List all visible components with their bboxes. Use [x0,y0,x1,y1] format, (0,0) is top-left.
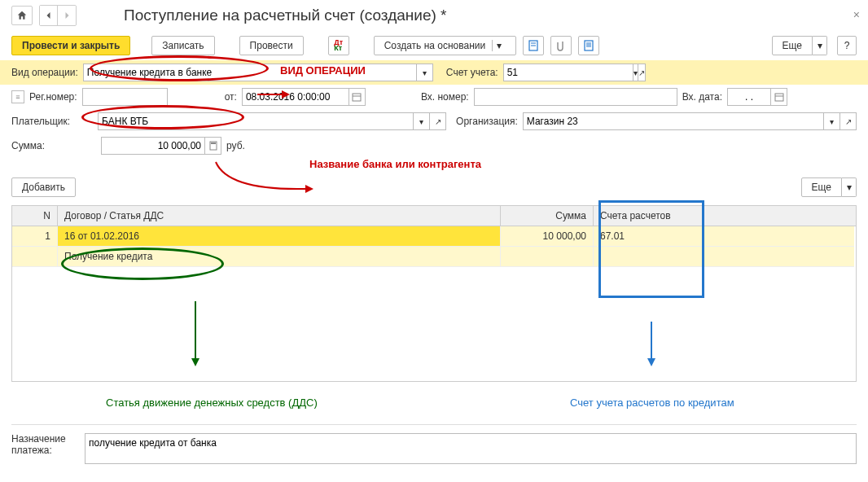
post-button[interactable]: Провести [239,36,304,55]
account-input[interactable] [503,64,633,81]
in-date-calendar-icon[interactable] [771,88,787,106]
dtkt-icon: ДтКт [334,40,343,51]
regno-icon: ≡ [11,90,24,103]
org-input[interactable] [523,112,824,130]
paperclip-icon-button[interactable] [550,36,572,55]
save-button[interactable]: Записать [151,36,214,55]
back-button[interactable] [40,6,58,25]
row-sum2 [501,247,594,267]
row-sum[interactable]: 10 000,00 [501,226,594,247]
create-based-button[interactable]: Создать на основании ▾ [374,36,517,55]
org-label: Организация: [456,116,518,127]
date-input[interactable] [242,88,349,106]
operation-type-dropdown[interactable]: ▾ [417,64,433,81]
operation-type-input[interactable] [83,64,417,81]
chevron-down-icon: ▾ [492,40,506,51]
in-no-label: Вх. номер: [421,91,469,103]
account-open[interactable]: ↗ [638,64,646,81]
dds-annotation: Статья движение денежных средств (ДДС) [106,397,318,409]
regno-input[interactable] [82,88,168,106]
report-icon-button[interactable] [523,36,544,55]
calendar-icon[interactable] [349,88,366,106]
acc-annotation: Счет учета расчетов по кредитам [570,397,734,409]
row-acc2 [594,247,854,267]
row-n2 [12,247,58,267]
in-date-input[interactable] [727,88,771,106]
operation-type-label: Вид операции: [11,67,78,78]
table-more-dropdown-icon[interactable]: ▾ [842,177,857,197]
account-label: Счет учета: [446,67,498,78]
payer-input[interactable] [98,112,414,130]
svg-rect-9 [775,94,783,101]
table-row[interactable]: 1 16 от 01.02.2016 10 000,00 67.01 [12,226,856,247]
sum-input[interactable] [101,137,205,155]
add-button[interactable]: Добавить [11,177,76,197]
operation-type-annotation: ВИД ОПЕРАЦИИ [280,64,366,77]
row-dds[interactable]: Получение кредита [58,247,501,267]
sum-calc-icon[interactable] [205,137,221,155]
table-header: N Договор / Статья ДДС Сумма Счета расче… [12,206,856,226]
payer-open[interactable]: ↗ [430,112,446,130]
org-open[interactable]: ↗ [840,112,857,130]
home-icon[interactable] [11,6,33,25]
page-title: Поступление на расчетный счет (создание)… [124,7,447,24]
table-more-button[interactable]: Еще [801,177,842,197]
org-dropdown[interactable]: ▾ [824,112,840,130]
forward-button[interactable] [58,6,76,25]
from-label: от: [225,91,237,103]
help-button[interactable]: ? [837,36,857,55]
more-dropdown-icon[interactable]: ▾ [813,36,827,55]
payer-label: Плательщик: [11,116,70,127]
col-acc-header: Счета расчетов [594,206,854,226]
in-date-label: Вх. дата: [682,91,722,103]
close-icon[interactable]: × [853,8,860,21]
post-and-close-button[interactable]: Провести и закрыть [11,36,130,55]
svg-rect-12 [211,142,216,144]
regno-label: Рег.номер: [29,91,77,103]
payer-dropdown[interactable]: ▾ [414,112,430,130]
list-icon-button[interactable] [578,36,599,55]
row-acc[interactable]: 67.01 [594,226,854,247]
currency-label: руб. [226,140,245,151]
sum-label: Сумма: [11,140,45,151]
purpose-input[interactable]: получение кредита от банка [85,433,857,464]
in-no-input[interactable] [474,88,677,106]
table-row[interactable]: Получение кредита [12,247,856,267]
nav-arrows [39,5,77,26]
col-dds-header: Договор / Статья ДДС [58,206,501,226]
row-contract[interactable]: 16 от 01.02.2016 [58,226,501,247]
svg-rect-7 [353,94,361,101]
purpose-label: Назначение платежа: [11,433,78,456]
create-based-label: Создать на основании [384,40,486,51]
bank-annotation: Название банка или контрагента [309,158,481,170]
col-n-header: N [12,206,58,226]
dtkt-button[interactable]: ДтКт [328,36,349,55]
svg-rect-3 [585,41,593,50]
col-sum-header: Сумма [501,206,594,226]
more-button[interactable]: Еще [772,36,813,55]
row-n: 1 [12,226,58,247]
